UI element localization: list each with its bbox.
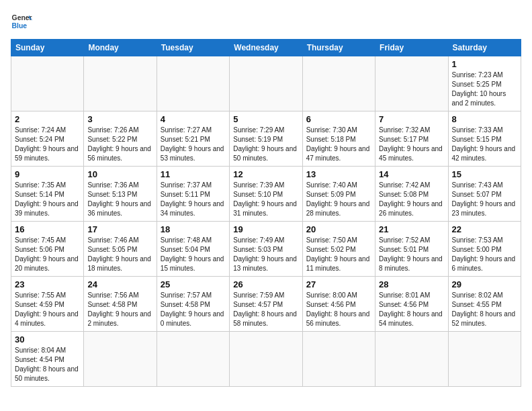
calendar-cell: 1Sunrise: 7:23 AM Sunset: 5:25 PM Daylig… — [448, 56, 521, 111]
calendar-cell: 22Sunrise: 7:53 AM Sunset: 5:00 PM Dayli… — [448, 222, 521, 277]
calendar-cell: 17Sunrise: 7:46 AM Sunset: 5:05 PM Dayli… — [84, 222, 157, 277]
calendar-week-row: 9Sunrise: 7:35 AM Sunset: 5:14 PM Daylig… — [11, 167, 521, 222]
calendar-cell: 30Sunrise: 8:04 AM Sunset: 4:54 PM Dayli… — [11, 332, 84, 387]
day-number: 29 — [452, 279, 517, 289]
weekday-header-friday: Friday — [375, 40, 448, 56]
day-number: 28 — [379, 279, 444, 289]
day-info: Sunrise: 7:27 AM Sunset: 5:21 PM Dayligh… — [161, 126, 226, 163]
day-number: 9 — [15, 169, 80, 179]
page-header: General Blue — [11, 11, 521, 32]
day-number: 23 — [15, 279, 80, 289]
day-number: 12 — [233, 169, 298, 179]
day-info: Sunrise: 7:55 AM Sunset: 4:59 PM Dayligh… — [15, 291, 80, 328]
day-info: Sunrise: 7:52 AM Sunset: 5:01 PM Dayligh… — [379, 236, 444, 273]
calendar-cell — [375, 56, 448, 111]
day-number: 20 — [306, 224, 371, 234]
calendar-cell: 4Sunrise: 7:27 AM Sunset: 5:21 PM Daylig… — [157, 111, 229, 167]
day-number: 27 — [306, 279, 371, 289]
calendar-cell: 14Sunrise: 7:42 AM Sunset: 5:08 PM Dayli… — [375, 167, 448, 222]
weekday-header-wednesday: Wednesday — [230, 40, 302, 56]
day-number: 13 — [306, 169, 371, 179]
calendar-cell: 21Sunrise: 7:52 AM Sunset: 5:01 PM Dayli… — [375, 222, 448, 277]
day-info: Sunrise: 7:26 AM Sunset: 5:22 PM Dayligh… — [87, 126, 152, 163]
calendar-week-row: 2Sunrise: 7:24 AM Sunset: 5:24 PM Daylig… — [11, 111, 521, 167]
calendar-cell: 7Sunrise: 7:32 AM Sunset: 5:17 PM Daylig… — [375, 111, 448, 167]
day-info: Sunrise: 7:39 AM Sunset: 5:10 PM Dayligh… — [233, 181, 298, 218]
day-number: 22 — [452, 224, 517, 234]
calendar-cell: 9Sunrise: 7:35 AM Sunset: 5:14 PM Daylig… — [11, 167, 84, 222]
calendar-cell: 11Sunrise: 7:37 AM Sunset: 5:11 PM Dayli… — [157, 167, 229, 222]
calendar-week-row: 30Sunrise: 8:04 AM Sunset: 4:54 PM Dayli… — [11, 332, 521, 387]
calendar-cell: 26Sunrise: 7:59 AM Sunset: 4:57 PM Dayli… — [230, 277, 302, 332]
day-number: 2 — [15, 114, 80, 124]
weekday-header-saturday: Saturday — [448, 40, 521, 56]
calendar-cell — [157, 56, 229, 111]
calendar-cell: 10Sunrise: 7:36 AM Sunset: 5:13 PM Dayli… — [84, 167, 157, 222]
calendar-cell: 23Sunrise: 7:55 AM Sunset: 4:59 PM Dayli… — [11, 277, 84, 332]
calendar-cell: 8Sunrise: 7:33 AM Sunset: 5:15 PM Daylig… — [448, 111, 521, 167]
day-info: Sunrise: 7:42 AM Sunset: 5:08 PM Dayligh… — [379, 181, 444, 218]
calendar-cell — [230, 56, 302, 111]
day-number: 8 — [452, 114, 517, 124]
calendar-week-row: 1Sunrise: 7:23 AM Sunset: 5:25 PM Daylig… — [11, 56, 521, 111]
calendar-cell: 27Sunrise: 8:00 AM Sunset: 4:56 PM Dayli… — [302, 277, 375, 332]
day-number: 10 — [87, 169, 152, 179]
day-info: Sunrise: 7:49 AM Sunset: 5:03 PM Dayligh… — [233, 236, 298, 273]
calendar-cell: 24Sunrise: 7:56 AM Sunset: 4:58 PM Dayli… — [84, 277, 157, 332]
calendar-cell: 3Sunrise: 7:26 AM Sunset: 5:22 PM Daylig… — [84, 111, 157, 167]
logo: General Blue — [11, 11, 32, 32]
calendar-cell: 2Sunrise: 7:24 AM Sunset: 5:24 PM Daylig… — [11, 111, 84, 167]
day-number: 15 — [452, 169, 517, 179]
day-info: Sunrise: 7:46 AM Sunset: 5:05 PM Dayligh… — [87, 236, 152, 273]
weekday-header-monday: Monday — [84, 40, 157, 56]
logo-icon: General Blue — [11, 11, 32, 32]
calendar-cell — [84, 332, 157, 387]
day-info: Sunrise: 7:59 AM Sunset: 4:57 PM Dayligh… — [233, 291, 298, 328]
day-info: Sunrise: 7:32 AM Sunset: 5:17 PM Dayligh… — [379, 126, 444, 163]
day-info: Sunrise: 7:43 AM Sunset: 5:07 PM Dayligh… — [452, 181, 517, 218]
day-number: 5 — [233, 114, 298, 124]
day-info: Sunrise: 7:36 AM Sunset: 5:13 PM Dayligh… — [87, 181, 152, 218]
day-info: Sunrise: 7:23 AM Sunset: 5:25 PM Dayligh… — [452, 71, 517, 108]
day-info: Sunrise: 8:00 AM Sunset: 4:56 PM Dayligh… — [306, 291, 371, 328]
calendar-cell — [375, 332, 448, 387]
calendar-cell — [11, 56, 84, 111]
day-info: Sunrise: 8:02 AM Sunset: 4:55 PM Dayligh… — [452, 291, 517, 328]
weekday-header-sunday: Sunday — [11, 40, 84, 56]
day-number: 6 — [306, 114, 371, 124]
calendar-cell — [84, 56, 157, 111]
day-info: Sunrise: 8:04 AM Sunset: 4:54 PM Dayligh… — [15, 346, 80, 383]
calendar-cell — [230, 332, 302, 387]
day-number: 16 — [15, 224, 80, 234]
calendar-cell — [448, 332, 521, 387]
day-number: 11 — [161, 169, 226, 179]
day-number: 7 — [379, 114, 444, 124]
day-info: Sunrise: 7:48 AM Sunset: 5:04 PM Dayligh… — [161, 236, 226, 273]
day-number: 21 — [379, 224, 444, 234]
day-number: 24 — [87, 279, 152, 289]
day-info: Sunrise: 7:45 AM Sunset: 5:06 PM Dayligh… — [15, 236, 80, 273]
calendar-cell: 18Sunrise: 7:48 AM Sunset: 5:04 PM Dayli… — [157, 222, 229, 277]
calendar-cell: 15Sunrise: 7:43 AM Sunset: 5:07 PM Dayli… — [448, 167, 521, 222]
weekday-header-thursday: Thursday — [302, 40, 375, 56]
day-info: Sunrise: 7:24 AM Sunset: 5:24 PM Dayligh… — [15, 126, 80, 163]
day-info: Sunrise: 7:50 AM Sunset: 5:02 PM Dayligh… — [306, 236, 371, 273]
calendar-cell — [302, 332, 375, 387]
day-number: 17 — [87, 224, 152, 234]
day-info: Sunrise: 7:33 AM Sunset: 5:15 PM Dayligh… — [452, 126, 517, 163]
day-number: 19 — [233, 224, 298, 234]
weekday-header-row: SundayMondayTuesdayWednesdayThursdayFrid… — [11, 40, 521, 56]
day-info: Sunrise: 7:57 AM Sunset: 4:58 PM Dayligh… — [161, 291, 226, 328]
day-number: 25 — [161, 279, 226, 289]
day-info: Sunrise: 7:30 AM Sunset: 5:18 PM Dayligh… — [306, 126, 371, 163]
day-number: 4 — [161, 114, 226, 124]
day-info: Sunrise: 7:40 AM Sunset: 5:09 PM Dayligh… — [306, 181, 371, 218]
calendar-cell — [302, 56, 375, 111]
day-info: Sunrise: 8:01 AM Sunset: 4:56 PM Dayligh… — [379, 291, 444, 328]
calendar-cell: 20Sunrise: 7:50 AM Sunset: 5:02 PM Dayli… — [302, 222, 375, 277]
day-number: 14 — [379, 169, 444, 179]
calendar-cell: 5Sunrise: 7:29 AM Sunset: 5:19 PM Daylig… — [230, 111, 302, 167]
calendar-cell: 25Sunrise: 7:57 AM Sunset: 4:58 PM Dayli… — [157, 277, 229, 332]
day-number: 30 — [15, 334, 80, 345]
day-number: 3 — [87, 114, 152, 124]
